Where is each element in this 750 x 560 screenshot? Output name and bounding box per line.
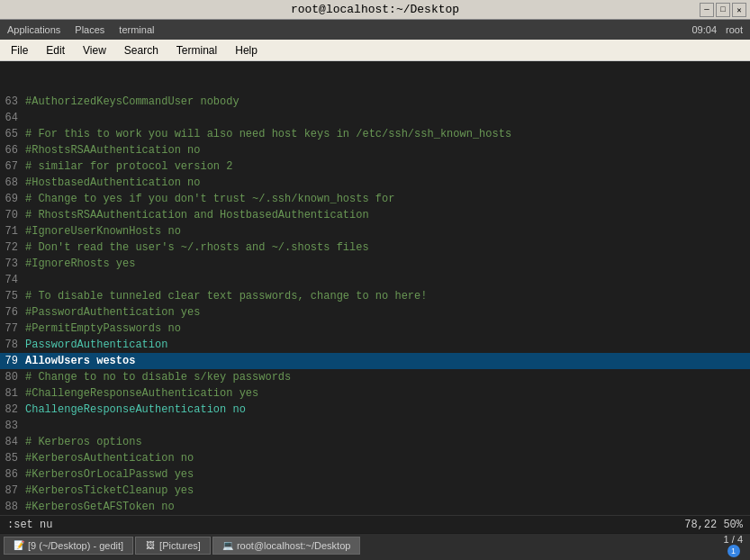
line-number: 78 [0,337,25,353]
line-text: #PasswordAuthentication yes [25,304,200,321]
editor-line: 76#PasswordAuthentication yes [0,304,750,321]
editor-line: 80# Change to no to disable s/key passwo… [0,369,750,385]
menu-item-search[interactable]: Search [117,42,166,59]
line-number: 73 [0,256,25,272]
menu-item-edit[interactable]: Edit [39,42,72,59]
line-text: #IgnoreUserKnownHosts no [25,223,181,239]
line-number: 87 [0,483,25,499]
menu-item-file[interactable]: File [4,42,35,59]
taskbar-item[interactable]: 🖼[Pictures] [135,537,211,555]
line-text: #AuthorizedKeysCommandUser nobody [25,94,239,110]
editor-line: 88#KerberosGetAFSToken no [0,499,750,515]
line-number: 83 [0,418,25,434]
notification-badge: 1 [727,545,740,557]
editor-line: 78PasswordAuthentication [0,337,750,353]
user-label: root [726,24,743,35]
editor-line: 87#KerberosTicketCleanup yes [0,483,750,499]
system-bar: Applications Places terminal 09:04 root [0,20,750,40]
editor-line: 63#AuthorizedKeysCommandUser nobody [0,94,750,110]
editor-line: 81#ChallengeResponseAuthentication yes [0,385,750,402]
line-number: 65 [0,126,25,142]
line-text: #RhostsRSAAuthentication no [25,142,200,158]
editor-line: 86#KerberosOrLocalPasswd yes [0,466,750,483]
terminal-menu[interactable]: terminal [119,24,154,35]
line-number: 88 [0,499,25,515]
line-text: # Kerberos options [25,434,142,450]
line-number: 76 [0,304,25,321]
editor-line: 64 [0,110,750,126]
line-text: #IgnoreRhosts yes [25,256,135,272]
line-number: 69 [0,191,25,207]
line-number: 67 [0,158,25,175]
status-bar: :set nu 78,22 50% [0,515,750,533]
minimize-button[interactable]: — [700,3,714,17]
window-title: root@localhost:~/Desktop [291,3,459,16]
line-text: #KerberosGetAFSToken no [25,499,175,515]
line-text: # similar for protocol version 2 [25,158,232,175]
line-number: 79 [0,353,25,369]
editor-line: 73#IgnoreRhosts yes [0,256,750,272]
line-number: 66 [0,142,25,158]
editor-line: 85#KerberosAuthentication no [0,450,750,466]
editor-line: 67# similar for protocol version 2 [0,158,750,175]
taskbar-item[interactable]: 📝[9 (~/Desktop) - gedit] [4,537,133,555]
line-text: ChallengeResponseAuthentication no [25,402,246,418]
line-text: #ChallengeResponseAuthentication yes [25,385,258,402]
taskbar-label: root@localhost:~/Desktop [237,540,350,551]
editor-line: 72# Don't read the user's ~/.rhosts and … [0,239,750,256]
editor-line: 83 [0,418,750,434]
line-text: # Don't read the user's ~/.rhosts and ~/… [25,239,369,256]
line-number: 64 [0,110,25,126]
editor-line: 74 [0,272,750,288]
places-menu[interactable]: Places [75,24,104,35]
editor-line: 82ChallengeResponseAuthentication no [0,402,750,418]
close-button[interactable]: ✕ [732,3,746,17]
editor-line: 66#RhostsRSAAuthentication no [0,142,750,158]
title-bar: root@localhost:~/Desktop — □ ✕ [0,0,750,20]
line-text: #HostbasedAuthentication no [25,175,200,191]
line-number: 74 [0,272,25,288]
line-text: # To disable tunneled clear text passwor… [25,288,427,304]
line-number: 72 [0,239,25,256]
taskbar: 📝[9 (~/Desktop) - gedit]🖼[Pictures]💻root… [0,533,750,556]
editor[interactable]: 63#AuthorizedKeysCommandUser nobody6465#… [0,61,750,515]
menu-item-help[interactable]: Help [228,42,265,59]
taskbar-label: [Pictures] [159,540,201,551]
taskbar-icon: 🖼 [145,540,156,551]
applications-menu[interactable]: Applications [7,24,60,35]
taskbar-item[interactable]: 💻root@localhost:~/Desktop [212,537,360,555]
menu-item-terminal[interactable]: Terminal [169,42,224,59]
maximize-button[interactable]: □ [716,3,730,17]
line-number: 85 [0,450,25,466]
menu-item-view[interactable]: View [76,42,113,59]
page-indicator: 1 / 41 [724,534,746,557]
editor-line: 65# For this to work you will also need … [0,126,750,142]
editor-line: 77#PermitEmptyPasswords no [0,321,750,337]
line-text: #KerberosAuthentication no [25,450,194,466]
taskbar-icon: 📝 [14,540,24,551]
line-content: 63#AuthorizedKeysCommandUser nobody6465#… [0,61,750,515]
line-number: 84 [0,434,25,450]
line-number: 63 [0,94,25,110]
window-controls[interactable]: — □ ✕ [700,3,746,17]
status-right: 78,22 50% [684,519,743,531]
line-text: AllowUsers westos [25,353,135,369]
taskbar-icon: 💻 [222,540,233,551]
editor-line: 75# To disable tunneled clear text passw… [0,288,750,304]
line-text: # For this to work you will also need ho… [25,126,511,142]
line-number: 75 [0,288,25,304]
editor-line: 68#HostbasedAuthentication no [0,175,750,191]
line-number: 70 [0,207,25,223]
line-text: #KerberosTicketCleanup yes [25,483,194,499]
line-number: 80 [0,369,25,385]
line-number: 82 [0,402,25,418]
line-text: #PermitEmptyPasswords no [25,321,181,337]
editor-line: 70# RhostsRSAAuthentication and Hostbase… [0,207,750,223]
line-number: 86 [0,466,25,483]
menu-bar: FileEditViewSearchTerminalHelp [0,40,750,61]
line-number: 68 [0,175,25,191]
line-text: # RhostsRSAAuthentication and HostbasedA… [25,207,369,223]
line-text: PasswordAuthentication [25,337,167,353]
line-number: 77 [0,321,25,337]
line-number: 71 [0,223,25,239]
